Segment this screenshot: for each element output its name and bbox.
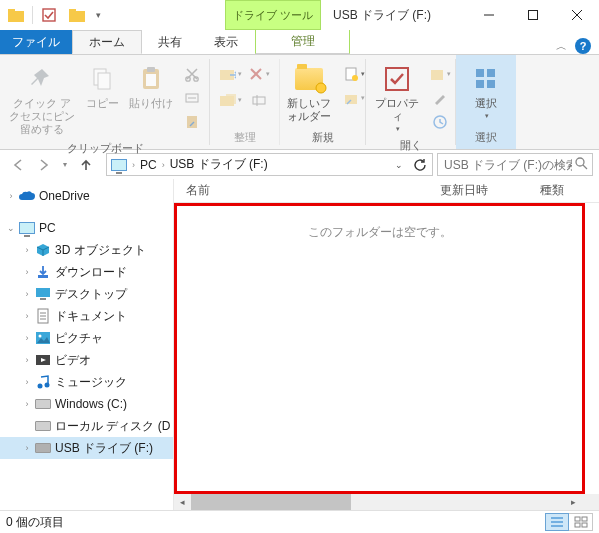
select-icon (470, 63, 502, 95)
chevron-right-icon[interactable]: › (129, 160, 138, 170)
svg-rect-54 (575, 517, 580, 521)
file-list-area[interactable]: このフォルダーは空です。 ◂ ▸ (174, 203, 599, 510)
delete-button[interactable]: ▾ (248, 63, 270, 85)
tree-label: 3D オブジェクト (55, 242, 146, 259)
new-folder-button[interactable]: 新しいフォルダー (281, 61, 337, 125)
svg-rect-1 (8, 9, 15, 12)
minimize-button[interactable] (467, 0, 511, 30)
search-box[interactable] (437, 153, 593, 176)
tree-item-drive-c[interactable]: ›Windows (C:) (0, 393, 173, 415)
svg-point-26 (316, 83, 326, 93)
tree-label: Windows (C:) (55, 397, 127, 411)
select-button[interactable]: 選択▾ (463, 61, 509, 123)
ribbon-tabs: ファイル ホーム 共有 表示 管理 ︿ ? (0, 30, 599, 54)
copy-to-button[interactable]: ▾ (220, 89, 242, 111)
column-name[interactable]: 名前 (186, 182, 440, 199)
qat-customize-button[interactable]: ▾ (91, 1, 105, 29)
navigation-pane[interactable]: ›OneDrive ⌄PC ›3D オブジェクト ›ダウンロード ›デスクトップ… (0, 179, 174, 510)
svg-rect-34 (487, 69, 495, 77)
folder-icon (2, 1, 30, 29)
refresh-button[interactable] (410, 155, 430, 175)
maximize-button[interactable] (511, 0, 555, 30)
scroll-thumb[interactable] (191, 494, 351, 510)
tree-item-onedrive[interactable]: ›OneDrive (0, 185, 173, 207)
thumbnails-view-button[interactable] (569, 513, 593, 531)
copy-path-button[interactable] (181, 87, 203, 109)
address-dropdown-button[interactable]: ⌄ (390, 155, 408, 175)
svg-rect-21 (226, 94, 236, 104)
svg-point-49 (38, 384, 43, 389)
scroll-left-button[interactable]: ◂ (174, 494, 191, 510)
new-folder-label: 新しいフォルダー (283, 97, 335, 123)
svg-rect-12 (147, 67, 155, 72)
tab-manage[interactable]: 管理 (255, 30, 350, 54)
new-folder-qat-button[interactable] (63, 1, 91, 29)
empty-folder-text: このフォルダーは空です。 (308, 206, 452, 241)
tree-item-pc[interactable]: ⌄PC (0, 217, 173, 239)
tab-view[interactable]: 表示 (198, 30, 254, 54)
tree-item-desktop[interactable]: ›デスクトップ (0, 283, 173, 305)
cut-button[interactable] (181, 63, 203, 85)
breadcrumb-root-icon[interactable] (109, 159, 129, 171)
desktop-icon (34, 285, 52, 303)
tree-item-videos[interactable]: ›ビデオ (0, 349, 173, 371)
tree-label: デスクトップ (55, 286, 127, 303)
column-type[interactable]: 種類 (540, 182, 599, 199)
copy-button[interactable]: コピー (83, 61, 121, 112)
tree-label: USB ドライブ (F:) (55, 440, 153, 457)
tree-item-3d-objects[interactable]: ›3D オブジェクト (0, 239, 173, 261)
svg-rect-13 (146, 74, 156, 86)
organize-group-label: 整理 (234, 128, 256, 147)
usb-drive-icon (34, 439, 52, 457)
tab-home[interactable]: ホーム (72, 30, 142, 54)
move-to-button[interactable]: ▾ (220, 63, 242, 85)
tree-item-drive-f[interactable]: ›USB ドライブ (F:) (0, 437, 173, 459)
svg-rect-2 (43, 9, 55, 21)
tree-label: PC (39, 221, 56, 235)
properties-button[interactable]: プロパティ▾ (371, 61, 423, 136)
back-button[interactable] (6, 153, 30, 177)
clipboard-group-label: クリップボード (67, 139, 144, 158)
svg-rect-35 (476, 80, 484, 88)
paste-shortcut-button[interactable] (181, 111, 203, 133)
tree-item-downloads[interactable]: ›ダウンロード (0, 261, 173, 283)
pc-icon (18, 219, 36, 237)
breadcrumb-pc[interactable]: PC (138, 158, 159, 172)
tree-item-pictures[interactable]: ›ピクチャ (0, 327, 173, 349)
rename-button[interactable] (248, 89, 270, 111)
chevron-right-icon[interactable]: › (159, 160, 168, 170)
help-icon[interactable]: ? (575, 38, 591, 54)
paste-button[interactable]: 貼り付け (127, 61, 175, 112)
breadcrumb-current[interactable]: USB ドライブ (F:) (168, 156, 270, 173)
horizontal-scrollbar[interactable]: ◂ ▸ (174, 494, 582, 510)
tab-share[interactable]: 共有 (142, 30, 198, 54)
svg-rect-6 (529, 11, 538, 20)
details-view-button[interactable] (545, 513, 569, 531)
scroll-right-button[interactable]: ▸ (565, 494, 582, 510)
tree-item-music[interactable]: ›ミュージック (0, 371, 173, 393)
properties-qat-button[interactable] (35, 1, 63, 29)
column-date[interactable]: 更新日時 (440, 182, 540, 199)
open-button[interactable]: ▾ (429, 63, 451, 85)
history-button[interactable] (429, 111, 451, 133)
tree-item-drive-d[interactable]: ローカル ディスク (D (0, 415, 173, 437)
easy-access-button[interactable]: ▾ (343, 87, 365, 109)
column-headers[interactable]: 名前 更新日時 種類 (174, 179, 599, 203)
paste-icon (135, 63, 167, 95)
tree-item-documents[interactable]: ›ドキュメント (0, 305, 173, 327)
edit-button[interactable] (429, 87, 451, 109)
close-button[interactable] (555, 0, 599, 30)
new-item-button[interactable]: ▾ (343, 63, 365, 85)
svg-rect-41 (40, 298, 46, 300)
breadcrumb-bar[interactable]: › PC › USB ドライブ (F:) ⌄ (106, 153, 433, 176)
forward-button[interactable] (32, 153, 56, 177)
search-input[interactable] (442, 157, 574, 173)
collapse-ribbon-button[interactable]: ︿ (556, 39, 567, 54)
svg-rect-33 (476, 69, 484, 77)
item-count: 0 個の項目 (6, 514, 64, 531)
ribbon-group-new: 新しいフォルダー ▾ ▾ 新規 (280, 55, 366, 149)
pin-to-quick-access-button[interactable]: クイック アクセスにピン留めする (7, 61, 77, 139)
tab-file[interactable]: ファイル (0, 30, 72, 54)
pictures-icon (34, 329, 52, 347)
view-toggle (545, 513, 593, 531)
